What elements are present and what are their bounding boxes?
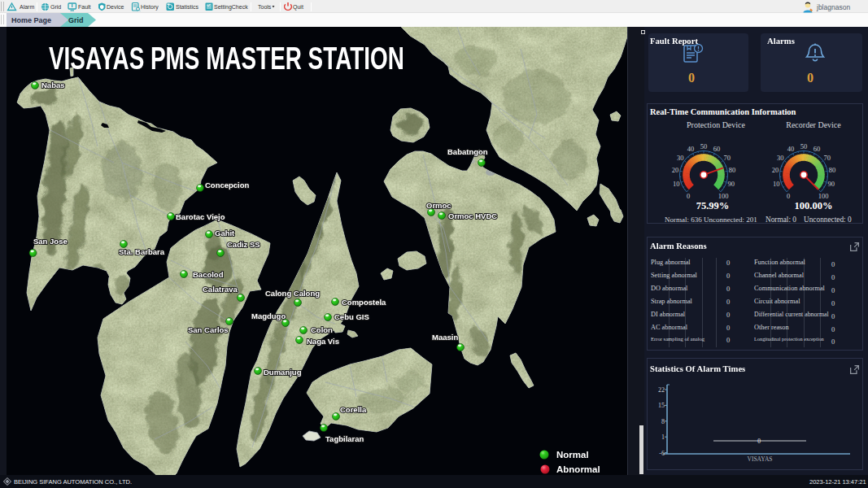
svg-text:Calong Calong: Calong Calong: [265, 289, 320, 298]
svg-text:20: 20: [772, 166, 779, 174]
svg-text:60: 60: [813, 145, 821, 153]
svg-text:VISAYAS PMS MASTER STATION: VISAYAS PMS MASTER STATION: [49, 40, 404, 76]
svg-text:40: 40: [687, 145, 695, 153]
svg-text:90: 90: [728, 180, 735, 188]
svg-text:70: 70: [723, 154, 731, 162]
svg-text:50: 50: [700, 142, 708, 150]
svg-text:Naga Vis: Naga Vis: [307, 337, 339, 346]
svg-text:Bacolod: Bacolod: [193, 270, 224, 279]
svg-text:15: 15: [658, 402, 665, 409]
svg-text:Maasin: Maasin: [432, 333, 458, 342]
svg-text:90: 90: [828, 180, 835, 188]
svg-text:Nabas: Nabas: [41, 81, 65, 89]
svg-text:Colon: Colon: [311, 325, 333, 334]
svg-text:10: 10: [773, 180, 780, 188]
svg-text:Sta. Barbara: Sta. Barbara: [119, 247, 165, 256]
svg-text:Cebu GIS: Cebu GIS: [334, 312, 369, 321]
svg-text:Compostela: Compostela: [342, 298, 386, 307]
svg-text:10: 10: [673, 180, 680, 188]
svg-text:Ormoc HVDC: Ormoc HVDC: [448, 211, 497, 220]
svg-text:San Jose: San Jose: [33, 237, 68, 246]
svg-text:30: 30: [777, 154, 784, 162]
svg-text:100: 100: [718, 192, 729, 200]
svg-text:0: 0: [757, 438, 761, 445]
svg-text:Barotac Viejo: Barotac Viejo: [176, 212, 225, 221]
svg-text:20: 20: [672, 166, 679, 174]
svg-text:Gahit: Gahit: [215, 229, 235, 237]
svg-text:40: 40: [787, 145, 795, 153]
svg-text:Corella: Corella: [340, 405, 367, 414]
svg-text:22: 22: [658, 386, 665, 394]
svg-text:Dumanjug: Dumanjug: [264, 368, 302, 377]
svg-text:100: 100: [818, 192, 829, 200]
svg-text:Tagbilaran: Tagbilaran: [325, 434, 364, 443]
svg-text:50: 50: [800, 142, 808, 150]
svg-text:Babatngon: Babatngon: [447, 147, 488, 156]
svg-text:0: 0: [787, 192, 790, 200]
svg-text:Abnormal: Abnormal: [556, 464, 600, 474]
svg-text:30: 30: [677, 154, 684, 162]
svg-text:Calatrava: Calatrava: [203, 285, 238, 294]
svg-text:Normal: Normal: [556, 450, 589, 460]
svg-text:-6: -6: [659, 450, 665, 457]
svg-text:Concepcion: Concepcion: [205, 181, 250, 190]
svg-text:VISAYAS: VISAYAS: [748, 455, 773, 463]
svg-text:80: 80: [829, 166, 836, 174]
svg-text:80: 80: [729, 166, 736, 174]
svg-text:0: 0: [687, 192, 690, 200]
svg-text:Magdugo: Magdugo: [251, 312, 286, 320]
svg-text:Cadiz SS: Cadiz SS: [227, 240, 260, 249]
svg-text:8: 8: [661, 418, 665, 425]
svg-text:San Carlos: San Carlos: [188, 325, 229, 334]
svg-text:70: 70: [823, 154, 831, 162]
svg-text:60: 60: [713, 145, 721, 153]
svg-text:1: 1: [661, 434, 665, 441]
svg-text:Ormoc: Ormoc: [426, 201, 451, 210]
